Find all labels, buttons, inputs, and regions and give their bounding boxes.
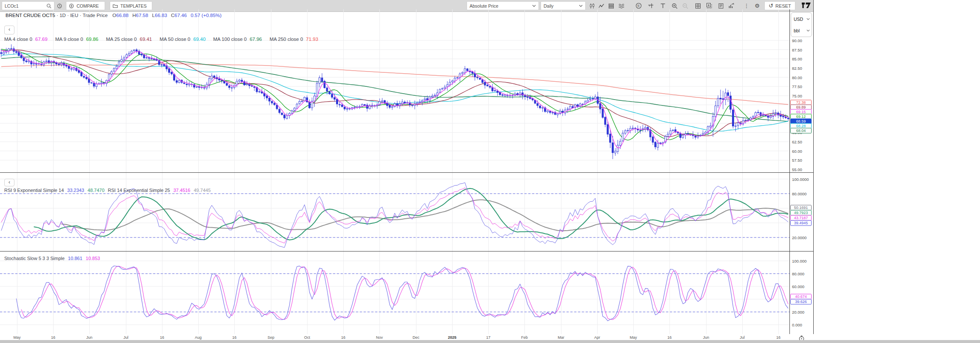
- time-label: Jul: [123, 335, 128, 340]
- templates-button[interactable]: TEMPLATES: [110, 1, 152, 10]
- interval-value: Daily: [544, 3, 553, 9]
- currency-value: USD: [794, 17, 803, 22]
- add-pane-icon[interactable]: [705, 2, 713, 9]
- legend-interval: 1D: [60, 13, 66, 18]
- rsi-pane-canvas[interactable]: [0, 172, 789, 251]
- legend-value: 71.93: [306, 37, 318, 42]
- legend-text: 49.7445: [194, 188, 211, 193]
- pane-separator[interactable]: [0, 251, 814, 252]
- time-label: Jun: [703, 335, 709, 340]
- collapse-rsi-button[interactable]: ‹: [4, 179, 14, 186]
- interval-select[interactable]: Daily: [541, 1, 586, 10]
- legend-value: 69.40: [194, 37, 206, 42]
- clock-icon[interactable]: [56, 2, 63, 9]
- axis-price-label: 20.0000: [792, 235, 806, 240]
- legend-value: 69.86: [86, 37, 98, 42]
- axis-price-label: 100.000: [792, 259, 806, 263]
- legend-series-type: Trade Price: [83, 13, 108, 18]
- time-label: Jul: [740, 335, 745, 340]
- app-right-border: [813, 0, 814, 343]
- time-label: Dec: [413, 335, 419, 340]
- reset-button[interactable]: ↺ RESET: [764, 1, 795, 10]
- legend-text: RSI 14 Exponential Simple 25: [108, 188, 170, 193]
- axis-price-label: 80.00: [792, 75, 802, 80]
- symbol-title[interactable]: BRENT CRUDE OCT5: [6, 13, 55, 18]
- legend-text: 37.4516: [174, 188, 191, 193]
- settings-gear-icon[interactable]: ⚙: [753, 2, 761, 9]
- legend-text: MA 4 close 0: [4, 37, 32, 42]
- news-icon[interactable]: [717, 2, 725, 9]
- time-label: 16: [160, 335, 164, 340]
- text-tool-icon[interactable]: [659, 2, 667, 9]
- legend-text: MA 9 close 0: [55, 37, 83, 42]
- reset-label: RESET: [775, 3, 791, 9]
- unit-selector: USD bbl: [791, 12, 812, 37]
- waves-icon[interactable]: [618, 2, 625, 9]
- line-chart-icon[interactable]: [598, 2, 605, 9]
- time-label: 16: [776, 335, 781, 340]
- collapse-legend-button[interactable]: ‹: [4, 26, 14, 34]
- low-value: 66.83: [155, 13, 167, 18]
- time-label: 16: [341, 335, 345, 340]
- legend-text: Stochastic Slow 5 3 3 Simple: [4, 256, 65, 261]
- unit-select[interactable]: bbl: [794, 28, 810, 33]
- axis-price-label: 82.50: [792, 66, 802, 70]
- legend-text: RSI 9 Exponential Simple 14: [4, 188, 64, 193]
- events-icon[interactable]: E: [635, 2, 642, 9]
- legend-text: 10.861: [68, 256, 83, 261]
- folder-icon: [113, 3, 118, 9]
- price-axis-border: [789, 9, 790, 343]
- measure-icon[interactable]: [647, 2, 655, 9]
- price-tag: 68.04: [790, 128, 812, 134]
- time-label: Oct: [304, 335, 310, 340]
- ma-legend: MA 4 close 067.69MA 9 close 069.86MA 25 …: [4, 37, 326, 42]
- symbol-search-input[interactable]: LCOc1: [2, 1, 54, 10]
- axis-price-label: 20.000: [792, 310, 804, 314]
- symbol-legend: BRENT CRUDE OCT5 · 1D · IEU · Trade Pric…: [6, 13, 222, 18]
- open-value: 66.88: [116, 13, 128, 18]
- trading-chart-app: LCOc1 COMPARE TEMPLATES Absolute Price: [0, 0, 980, 343]
- legend-exchange: IEU: [70, 13, 78, 18]
- compare-button[interactable]: COMPARE: [66, 1, 105, 10]
- horizontal-scrollbar[interactable]: [0, 340, 980, 343]
- legend-value: 69.41: [140, 37, 152, 42]
- search-icon: [46, 3, 51, 9]
- high-value: 67.58: [136, 13, 148, 18]
- price-pane-canvas[interactable]: [0, 9, 789, 172]
- time-label: Feb: [521, 335, 528, 340]
- chevron-down-icon: [806, 29, 810, 32]
- svg-text:E: E: [637, 4, 639, 8]
- legend-text: 48.7470: [88, 188, 105, 193]
- price-mode-select[interactable]: Absolute Price: [467, 1, 539, 10]
- stoch-legend: Stochastic Slow 5 3 3 Simple10.86110.853: [4, 256, 103, 261]
- legend-text: MA 50 close 0: [160, 37, 190, 42]
- axis-price-label: 87.50: [792, 47, 802, 52]
- legend-value: 67.69: [35, 37, 48, 42]
- pane-separator[interactable]: [0, 172, 814, 173]
- price-tag: 39.4945: [790, 220, 812, 226]
- zoom-in-icon[interactable]: [671, 2, 678, 9]
- chevron-down-icon: [579, 5, 583, 7]
- plus-circle-icon: [69, 3, 74, 9]
- legend-text: MA 25 close 0: [106, 37, 137, 42]
- symbol-text: LCOc1: [5, 3, 19, 9]
- legend-text: MA 100 close 0: [213, 37, 247, 42]
- more-options-icon[interactable]: ⋮: [743, 2, 750, 9]
- zoom-out-icon: [681, 2, 689, 9]
- candlestick-style-icon[interactable]: [588, 2, 596, 9]
- time-label: 2025: [448, 335, 456, 340]
- tradingview-logo[interactable]: [801, 2, 812, 9]
- volume-chart-icon[interactable]: [727, 2, 735, 9]
- axis-price-label: 85.00: [792, 57, 802, 61]
- rows-layout-icon[interactable]: [607, 2, 615, 9]
- compare-label: COMPARE: [77, 3, 99, 9]
- time-label: May: [13, 335, 20, 340]
- grid-layout-icon[interactable]: [694, 2, 702, 9]
- time-label: Nov: [376, 335, 383, 340]
- axis-price-label: 57.50: [792, 158, 802, 163]
- stoch-pane-canvas[interactable]: [0, 251, 789, 334]
- close-value: 67.46: [174, 13, 187, 18]
- axis-price-label: 75.00: [792, 93, 802, 98]
- time-label: Mar: [558, 335, 564, 340]
- currency-select[interactable]: USD: [794, 17, 810, 22]
